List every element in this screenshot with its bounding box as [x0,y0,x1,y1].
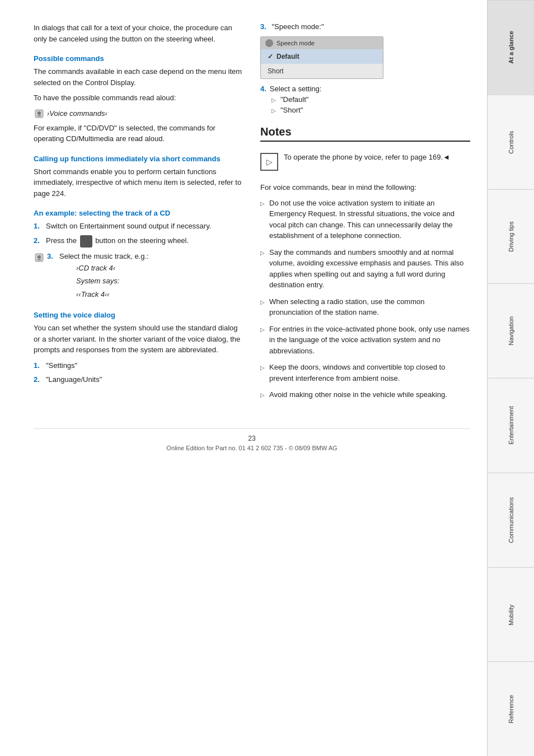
short-commands-section: Calling up functions immediately via sho… [34,155,243,199]
vd-step-1: 1. "Settings" [34,360,243,371]
example-cd-heading: An example: selecting the track of a CD [34,209,243,217]
note-intro-box: ▷ To operate the phone by voice, refer t… [260,148,470,174]
note-1-text: Do not use the voice activation system t… [269,198,470,241]
short-commands-para: Short commands enable you to perform cer… [34,166,243,199]
step4-sub-1: ▷ "Default" [271,95,470,104]
footer-text: Online Edition for Part no. 01 41 2 602 … [34,445,470,451]
bullet-tri-5: ▷ [260,363,265,384]
step4-sub-2-text: "Short" [280,106,303,114]
track-response: ‹‹Track 4‹‹ [76,288,149,301]
intro-paragraph: In dialogs that call for a text of your … [34,22,243,44]
sidebar-tab-controls[interactable]: Controls [488,95,534,189]
notes-voice-intro: For voice commands, bear in mind the fol… [260,182,470,193]
possible-commands-para3: For example, if "CD/DVD" is selected, th… [34,123,243,144]
sidebar-tab-mobility[interactable]: Mobility [488,567,534,662]
notes-section: Notes ▷ To operate the phone by voice, r… [260,125,470,400]
speech-mode-titlebar: Speech mode [261,37,383,49]
bullet-tri-1: ▷ [260,199,265,241]
speech-step3-label: "Speech mode:" [271,22,324,31]
short-commands-heading: Calling up functions immediately via sho… [34,155,243,163]
bullet-tri-2: ▷ [260,249,265,291]
sidebar-tab-driving-tips[interactable]: Driving tips [488,189,534,284]
voice-dialog-section: Setting the voice dialog You can set whe… [34,311,243,385]
step4-sub-2: ▷ "Short" [271,106,470,114]
step-3-num: 3. [47,251,56,262]
step4-container: 4. Select a setting: ▷ "Default" ▷ "Shor… [260,85,470,114]
main-content: In dialogs that call for a text of your … [0,0,487,756]
cd-track-cmd: ›CD track 4‹ [76,262,149,274]
note-triangle-box: ▷ [260,153,278,171]
possible-commands-heading: Possible commands [34,54,243,63]
speech-mode-default[interactable]: ✓Default [261,49,383,64]
note-intro-text: To operate the phone by voice, refer to … [284,152,450,171]
steering-button-icon [80,235,92,248]
svg-point-4 [38,255,41,259]
step-3: 3. Select the music track, e.g.: ›CD tra… [34,251,243,301]
step-3-text: Select the music track, e.g.: [59,252,149,260]
vd-step-2-text: "Language/Units" [46,374,102,385]
possible-commands-para1: The commands available in each case depe… [34,66,243,88]
voice-command-text: ›Voice commands‹ [47,109,107,118]
step4-sub-1-text: "Default" [280,95,308,104]
possible-commands-para2: To have the possible commands read aloud… [34,92,243,104]
voice-dialog-para: You can set whether the system should us… [34,323,243,356]
triangle-icon-1: ▷ [271,97,276,103]
speech-mode-short[interactable]: Short [261,64,383,78]
note-3-text: When selecting a radio station, use the … [269,296,470,318]
svg-rect-2 [38,115,41,116]
note-bullet-1: ▷ Do not use the voice activation system… [260,198,470,241]
notes-heading: Notes [260,125,470,142]
bullet-tri-6: ▷ [260,391,265,400]
step-3-sub: ›CD track 4‹ System says: ‹‹Track 4‹‹ [59,262,149,301]
triangle-icon-2: ▷ [271,108,276,114]
sidebar-tab-reference[interactable]: Reference [488,661,534,756]
speech-mode-icon [265,39,273,47]
vd-step-1-num: 1. [34,360,43,371]
speech-short-label: Short [268,67,284,75]
step-1: 1. Switch on Entertainment sound output … [34,221,243,232]
notes-bullet-list: ▷ Do not use the voice activation system… [260,198,470,400]
svg-point-1 [38,111,41,115]
voice-dialog-heading: Setting the voice dialog [34,311,243,319]
sidebar-tab-navigation[interactable]: Navigation [488,283,534,378]
step4-row: 4. Select a setting: [260,85,470,93]
vd-step-1-text: "Settings" [46,360,77,371]
step-2-text: Press the button on the steering wheel. [46,235,189,248]
checkmark-icon: ✓ [268,53,273,60]
note-6-text: Avoid making other noise in the vehicle … [269,389,447,400]
speech-mode-title: Speech mode [277,40,315,46]
note-bullet-3: ▷ When selecting a radio station, use th… [260,296,470,318]
note-5-text: Keep the doors, windows and convertible … [269,362,470,384]
step4-num: 4. [260,85,266,93]
voice-command-line: ›Voice commands‹ [34,108,243,119]
note-bullet-2: ▷ Say the commands and numbers smoothly … [260,247,470,291]
note-bullet-6: ▷ Avoid making other noise in the vehicl… [260,389,470,400]
bullet-tri-4: ▷ [260,325,265,357]
left-column: In dialogs that call for a text of your … [34,22,243,406]
step-1-num: 1. [34,221,43,232]
speech-default-label: Default [277,53,299,60]
possible-commands-section: Possible commands The commands available… [34,54,243,144]
step-3-voice-icon [34,252,45,263]
sidebar-tab-entertainment[interactable]: Entertainment [488,378,534,473]
step-1-text: Switch on Entertainment sound output if … [46,221,211,232]
step4-text: Select a setting: [270,85,322,93]
right-column: 3. "Speech mode:" Speech mode ✓Default S… [260,22,470,406]
sidebar: At a glance Controls Driving tips Naviga… [487,0,534,756]
voice-dialog-steps: 1. "Settings" 2. "Language/Units" [34,360,243,385]
example-cd-section: An example: selecting the track of a CD … [34,209,243,301]
step-2: 2. Press the button on the steering whee… [34,235,243,248]
sidebar-tab-at-a-glance[interactable]: At a glance [488,0,534,95]
vd-step-2-num: 2. [34,374,43,385]
bullet-tri-3: ▷ [260,298,265,318]
vd-step-2: 2. "Language/Units" [34,374,243,385]
sidebar-tab-communications[interactable]: Communications [488,473,534,567]
note-triangle-icon: ▷ [266,157,273,166]
step-3-content: 3. Select the music track, e.g.: ›CD tra… [34,251,149,301]
voice-icon [34,108,45,119]
step4-sub-list: ▷ "Default" ▷ "Short" [260,95,470,114]
speech-mode-ui: Speech mode ✓Default Short [260,36,383,79]
note-bullet-4: ▷ For entries in the voice-activated pho… [260,324,470,357]
system-says: System says: [76,274,149,287]
svg-rect-5 [38,259,41,260]
